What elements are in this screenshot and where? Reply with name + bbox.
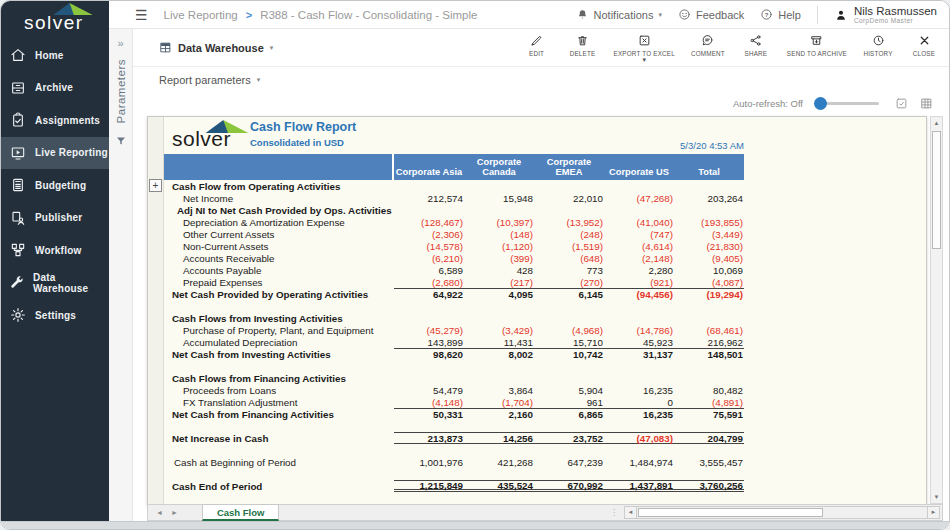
user-menu[interactable]: Nils Rasmussen CorpDemo Master xyxy=(834,6,937,24)
value-cell: 1,215,849 xyxy=(394,480,464,492)
parameters-panel-label: Parameters xyxy=(115,59,127,123)
sidebar-item-publisher[interactable]: Publisher xyxy=(1,202,109,235)
expand-outline-button[interactable]: + xyxy=(149,179,162,192)
cell-value: 15,710 xyxy=(573,337,603,348)
assignments-icon xyxy=(1,112,35,128)
sidebar-item-data-warehouse[interactable]: Data Warehouse xyxy=(1,267,109,300)
delete-icon xyxy=(576,34,589,47)
horizontal-scroll-track[interactable] xyxy=(637,506,927,519)
row-label: FX Translation Adjustment xyxy=(164,397,394,408)
sidebar-item-archive[interactable]: Archive xyxy=(1,72,109,105)
help-button[interactable]: ? Help xyxy=(760,8,801,21)
expand-panel-icon[interactable]: » xyxy=(117,37,123,49)
column-header: Corporate Asia xyxy=(394,154,464,180)
column-header: Corporate EMEA xyxy=(534,154,604,180)
report-title: Cash Flow Report xyxy=(250,120,356,134)
archive-icon xyxy=(1,80,35,96)
tab-next-icon[interactable]: ► xyxy=(171,509,178,516)
row-label: Accounts Receivable xyxy=(164,253,394,264)
comment-button[interactable]: COMMENT xyxy=(691,34,725,57)
value-cell: 64,922 xyxy=(394,288,464,300)
tab-prev-icon[interactable]: ◄ xyxy=(156,509,163,516)
value-cell: (217) xyxy=(464,276,534,288)
vertical-scrollbar[interactable]: ▲ ▼ xyxy=(930,116,943,504)
share-button[interactable]: SHARE xyxy=(741,34,771,57)
sidebar-item-home[interactable]: Home xyxy=(1,39,109,72)
value-cell: 1,437,891 xyxy=(604,480,674,492)
scroll-up-icon[interactable]: ▲ xyxy=(931,117,942,129)
value-cell: 647,239 xyxy=(534,456,604,468)
value-cell: (921) xyxy=(604,276,674,288)
hamburger-menu-icon[interactable]: ☰ xyxy=(135,7,148,23)
horizontal-scrollbar[interactable]: ⋮ ◄ ► xyxy=(610,506,940,519)
vertical-scroll-thumb[interactable] xyxy=(932,131,941,249)
feedback-button[interactable]: Feedback xyxy=(678,8,744,21)
scroll-right-icon[interactable]: ► xyxy=(927,506,940,519)
value-cell: (1,519) xyxy=(534,240,604,252)
edit-button[interactable]: EDIT xyxy=(522,34,552,57)
cell-value: 31,137 xyxy=(643,349,673,360)
sidebar-item-assignments[interactable]: Assignments xyxy=(1,104,109,137)
cell-value: 0 xyxy=(668,397,673,408)
cell-value: (1,704) xyxy=(502,397,533,408)
table-row: Other Current Assets(2,306)(148)(248)(74… xyxy=(164,228,744,240)
sidebar-item-workflow[interactable]: Workflow xyxy=(1,234,109,267)
scroll-down-icon[interactable]: ▼ xyxy=(931,491,942,503)
action-label: CLOSE xyxy=(913,50,935,57)
drag-handle-icon[interactable]: ⋮ xyxy=(610,508,618,517)
filter-funnel-icon[interactable] xyxy=(115,135,127,147)
sidebar-item-budgeting[interactable]: Budgeting xyxy=(1,169,109,202)
chevron-down-icon: ▾ xyxy=(257,76,261,84)
sidebar-item-settings[interactable]: Settings xyxy=(1,299,109,332)
outline-gutter: + xyxy=(148,117,164,505)
breadcrumb-section[interactable]: Live Reporting xyxy=(164,9,238,21)
edit-mode-icon[interactable] xyxy=(895,97,908,110)
auto-refresh-toggle[interactable] xyxy=(815,102,879,105)
column-header: Corporate Canada xyxy=(464,154,534,180)
cell-value: 50,331 xyxy=(433,409,463,420)
grid-view-icon[interactable] xyxy=(920,97,933,110)
notifications-button[interactable]: Notifications ▾ xyxy=(576,8,662,21)
value-cell: 1,001,976 xyxy=(394,456,464,468)
send-to-archive-button[interactable]: SEND TO ARCHIVE xyxy=(787,34,847,57)
toggle-knob[interactable] xyxy=(814,97,827,110)
value-cell: (41,040) xyxy=(604,216,674,228)
cell-value: 216,962 xyxy=(708,337,743,348)
cell-value: 5,904 xyxy=(578,385,603,396)
breadcrumb: Live Reporting > R388 - Cash Flow - Cons… xyxy=(164,9,478,21)
cell-value: (14,578) xyxy=(427,241,464,252)
export-to-excel-button[interactable]: EXPORT TO EXCEL▾ xyxy=(614,34,675,62)
smiley-icon xyxy=(678,8,691,21)
delete-button[interactable]: DELETE xyxy=(568,34,598,57)
sheet-tab-cash-flow[interactable]: Cash Flow xyxy=(202,504,280,521)
comment-icon xyxy=(701,34,714,47)
value-cell: 23,752 xyxy=(534,432,604,444)
row-label: Net Cash Provided by Operating Activitie… xyxy=(164,289,394,300)
cell-value: 15,948 xyxy=(503,193,533,204)
data-source-picker[interactable]: Data Warehouse ▾ xyxy=(159,41,273,54)
report-parameters-toggle[interactable]: Report parameters ▾ xyxy=(133,67,949,93)
cell-value: 3,760,256 xyxy=(699,480,743,491)
horizontal-scroll-thumb[interactable] xyxy=(638,508,823,517)
value-cell: (2,680) xyxy=(394,276,464,288)
table-row: Cash Flows from Financing Activities xyxy=(164,372,744,384)
table-body: Cash Flow from Operating ActivitiesNet I… xyxy=(164,180,744,505)
value-cell: (399) xyxy=(464,252,534,264)
row-label: Depreciation & Amortization Expense xyxy=(164,217,394,228)
value-cell: (193,855) xyxy=(674,216,744,228)
sidebar-item-live-reporting[interactable]: Live Reporting xyxy=(1,137,109,170)
data-source-icon xyxy=(159,41,172,54)
live-reporting-icon xyxy=(1,145,35,161)
cell-value: 3,555,457 xyxy=(699,457,743,468)
header-label-cell xyxy=(164,154,394,180)
cell-value: (47,268) xyxy=(637,193,674,204)
divider xyxy=(817,6,818,24)
chevron-down-icon: ▾ xyxy=(658,11,662,19)
close-button[interactable]: CLOSE xyxy=(909,34,939,57)
scroll-left-icon[interactable]: ◄ xyxy=(624,506,637,519)
value-cell: (2,148) xyxy=(604,252,674,264)
cell-value: (14,786) xyxy=(637,325,674,336)
history-button[interactable]: HISTORY xyxy=(863,34,893,57)
table-row: Accounts Payable6,5894287732,28010,069 xyxy=(164,264,744,276)
value-cell: 212,574 xyxy=(394,192,464,204)
